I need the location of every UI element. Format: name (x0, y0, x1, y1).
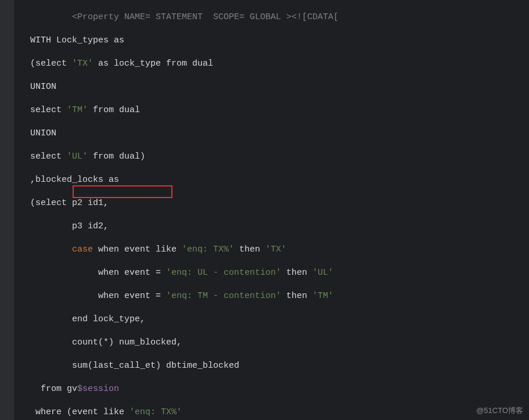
code-line: <Property NAME= STATEMENT SCOPE= GLOBAL … (30, 12, 529, 23)
code-line: select 'UL' from dual) (30, 151, 529, 163)
code-line: p3 id2, (30, 221, 529, 232)
code-line: when event = 'enq: UL - contention' then… (30, 267, 529, 279)
watermark-text: @51CTO博客 (476, 405, 523, 417)
code-line: when event = 'enq: TM - contention' then… (30, 290, 529, 302)
code-line: where (event like 'enq: TX%' (30, 407, 529, 418)
code-line: UNION (30, 128, 529, 139)
code-line: UNION (30, 81, 529, 93)
editor-gutter (0, 0, 14, 420)
code-line: from gv$session (30, 383, 529, 395)
code-line: end lock_type, (30, 314, 529, 325)
code-line: count(*) num_blocked, (30, 337, 529, 349)
code-line: WITH Lock_types as (30, 35, 529, 46)
code-line: (select p2 id1, (30, 198, 529, 209)
code-editor[interactable]: <Property NAME= STATEMENT SCOPE= GLOBAL … (14, 0, 529, 420)
code-line: select 'TM' from dual (30, 105, 529, 116)
code-line: ,blocked_locks as (30, 174, 529, 186)
code-line: case when event like 'enq: TX%' then 'TX… (30, 244, 529, 256)
code-line: sum(last_call_et) dbtime_blocked (30, 360, 529, 372)
code-line: (select 'TX' as lock_type from dual (30, 58, 529, 70)
